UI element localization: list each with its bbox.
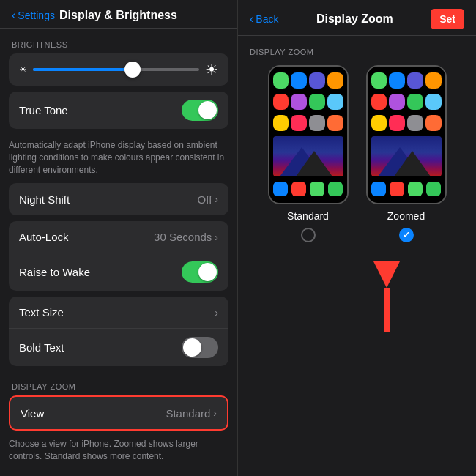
- mountain-area-zoomed: [371, 136, 442, 176]
- brightness-slider-container: ☀ ☀: [9, 53, 228, 86]
- true-tone-toggle-knob: [198, 101, 217, 119]
- text-size-label: Text Size: [19, 306, 215, 319]
- mountain-area: [273, 136, 343, 176]
- bold-text-toggle[interactable]: [182, 337, 218, 358]
- brightness-section-label: BRIGHTNESS: [0, 29, 237, 53]
- app-icon: [371, 115, 387, 131]
- standard-label: Standard: [287, 210, 329, 222]
- left-nav-title: Display & Brightness: [11, 9, 226, 22]
- zoom-section-label: DISPLAY ZOOM: [238, 36, 476, 65]
- standard-phone-screen: [269, 67, 347, 203]
- true-tone-group: True Tone: [9, 92, 228, 129]
- app-icon: [389, 94, 405, 110]
- dock-icon: [310, 182, 324, 196]
- dock-icon: [328, 182, 343, 196]
- auto-lock-label: Auto-Lock: [19, 231, 154, 243]
- sun-large-icon: ☀: [205, 61, 218, 78]
- arrow-shaft: [384, 288, 390, 332]
- auto-lock-chevron-icon: ›: [215, 231, 218, 243]
- right-panel: ‹ Back Display Zoom Set DISPLAY ZOOM: [238, 0, 476, 476]
- brightness-thumb[interactable]: [124, 62, 141, 78]
- right-nav-bar: ‹ Back Display Zoom Set: [238, 0, 476, 36]
- app-icon: [371, 94, 387, 110]
- text-size-row[interactable]: Text Size ›: [9, 297, 228, 329]
- left-panel: ‹ Settings Display & Brightness BRIGHTNE…: [0, 0, 238, 476]
- app-icon: [327, 94, 343, 110]
- standard-phone-mockup: [268, 65, 349, 204]
- display-zoom-group: View Standard ›: [9, 395, 228, 431]
- auto-lock-value: 30 Seconds: [154, 231, 212, 243]
- zoomed-phone-screen: [368, 67, 445, 203]
- raise-to-wake-label: Raise to Wake: [19, 266, 182, 278]
- back-chevron-right-icon: ‹: [250, 12, 253, 26]
- night-shift-row[interactable]: Night Shift Off ›: [9, 183, 228, 215]
- true-tone-label: True Tone: [19, 104, 182, 116]
- app-icon: [327, 72, 343, 89]
- bottom-dock-zoomed: [371, 182, 442, 199]
- display-zoom-section-label: DISPLAY ZOOM: [0, 372, 237, 395]
- raise-to-wake-knob: [198, 263, 217, 281]
- back-button[interactable]: ‹ Back: [250, 12, 278, 26]
- raise-to-wake-toggle[interactable]: [182, 261, 218, 283]
- app-icon: [309, 115, 325, 131]
- true-tone-toggle[interactable]: [182, 100, 218, 121]
- view-label: View: [21, 407, 166, 420]
- app-icon: [389, 72, 405, 89]
- true-tone-description: Automatically adapt iPhone display based…: [0, 135, 237, 183]
- raise-to-wake-row[interactable]: Raise to Wake: [9, 253, 228, 291]
- app-icon: [291, 72, 307, 89]
- zoomed-option[interactable]: Zoomed: [366, 65, 447, 242]
- set-button[interactable]: Set: [431, 9, 464, 29]
- arrow-head-icon: [373, 261, 400, 288]
- app-icon: [407, 94, 423, 110]
- view-row[interactable]: View Standard ›: [10, 397, 227, 429]
- zoomed-phone-mockup: [366, 65, 447, 204]
- app-icon: [291, 94, 307, 110]
- app-icon: [425, 72, 442, 89]
- night-shift-value: Off: [198, 193, 212, 206]
- app-icon: [425, 115, 442, 131]
- dock-icon: [426, 182, 441, 196]
- app-icon: [425, 94, 442, 110]
- brightness-fill: [33, 68, 133, 71]
- left-nav-bar: ‹ Settings Display & Brightness: [0, 0, 237, 29]
- app-icon: [273, 115, 289, 131]
- app-icon: [273, 94, 289, 110]
- text-size-chevron-icon: ›: [215, 307, 218, 319]
- bottom-dock: [273, 182, 343, 199]
- app-icon: [407, 72, 423, 89]
- sun-small-icon: ☀: [19, 64, 27, 75]
- app-icon: [407, 115, 423, 131]
- autolock-group: Auto-Lock 30 Seconds › Raise to Wake: [9, 221, 228, 291]
- night-shift-label: Night Shift: [19, 193, 198, 206]
- night-shift-chevron-icon: ›: [215, 193, 218, 205]
- arrow-container: [238, 254, 476, 332]
- back-right-label: Back: [256, 13, 278, 25]
- zoomed-label: Zoomed: [387, 210, 425, 222]
- bold-text-row[interactable]: Bold Text: [9, 329, 228, 366]
- brightness-track[interactable]: [33, 68, 199, 71]
- dock-icon: [291, 182, 306, 196]
- zoomed-radio[interactable]: [399, 228, 414, 242]
- zoom-options: Standard: [238, 65, 476, 254]
- bold-text-label: Bold Text: [19, 341, 182, 354]
- app-icon: [309, 72, 325, 89]
- auto-lock-row[interactable]: Auto-Lock 30 Seconds ›: [9, 221, 228, 253]
- view-chevron-icon: ›: [213, 407, 217, 419]
- dock-icon: [273, 182, 288, 196]
- dock-icon: [390, 182, 404, 196]
- text-group: Text Size › Bold Text: [9, 297, 228, 366]
- app-icon: [371, 72, 387, 89]
- dock-icon: [371, 182, 386, 196]
- view-value: Standard: [166, 407, 210, 420]
- right-nav-title: Display Zoom: [278, 12, 431, 26]
- true-tone-row[interactable]: True Tone: [9, 92, 228, 129]
- app-icon: [273, 72, 289, 89]
- dock-icon: [408, 182, 423, 196]
- app-icon: [309, 94, 325, 110]
- app-icon: [389, 115, 405, 131]
- app-icon: [327, 115, 343, 131]
- arrow-group: [373, 261, 400, 332]
- standard-radio[interactable]: [301, 228, 316, 242]
- standard-option[interactable]: Standard: [268, 65, 349, 242]
